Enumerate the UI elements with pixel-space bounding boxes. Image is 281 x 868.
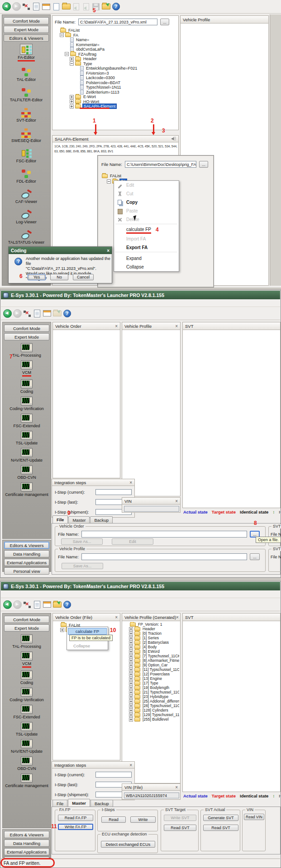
vin-input-2[interactable] bbox=[124, 506, 179, 512]
tree-item[interactable]: SALAPA-Element bbox=[53, 104, 177, 109]
toolbar-button[interactable] bbox=[52, 599, 62, 610]
toolbar-button[interactable] bbox=[2, 307, 12, 319]
browse-button[interactable]: ... bbox=[160, 19, 169, 25]
tree-item[interactable]: Lackcode=0300 bbox=[53, 75, 177, 80]
sidebar-tool[interactable]: Certificate management bbox=[5, 482, 48, 497]
close-icon[interactable] bbox=[175, 499, 178, 504]
calculate-fp-menu-item[interactable]: calculate FP bbox=[68, 628, 107, 635]
write-svt-button[interactable]: Write SVT bbox=[164, 815, 196, 821]
tree-item[interactable]: FZAuftrag bbox=[53, 52, 177, 57]
read-svt-target-button[interactable]: Read SVT bbox=[164, 825, 196, 831]
expander-icon[interactable] bbox=[129, 659, 133, 663]
toolbar-button[interactable] bbox=[42, 307, 52, 319]
expander-icon[interactable] bbox=[129, 677, 133, 681]
context-menu-item[interactable]: Expand bbox=[114, 254, 179, 263]
sidebar-category-button[interactable]: Editors & Viewers bbox=[4, 542, 49, 549]
tree-item[interactable]: [0] Traction bbox=[123, 631, 179, 636]
sidebar-tool[interactable]: Log-Viewer bbox=[16, 209, 36, 224]
sidebar-tool[interactable]: CAF-Viewer bbox=[15, 189, 37, 204]
file-name-input[interactable]: C:\Data\FA\FA_27.11.2023_vPro.xml bbox=[78, 19, 157, 25]
toolbar-button[interactable] bbox=[71, 1, 81, 13]
sidebar-category-button[interactable]: Data Handling bbox=[4, 840, 49, 847]
close-icon[interactable] bbox=[115, 615, 118, 620]
sidebar-category-button[interactable]: External Applications bbox=[4, 848, 49, 855]
tree-item[interactable]: Entwicklungsbaureihe=F021 bbox=[53, 66, 177, 71]
sidebar-tool[interactable]: TALSTATUS-Viewer bbox=[8, 229, 44, 245]
context-menu-item[interactable]: Paste bbox=[114, 207, 179, 215]
close-icon[interactable] bbox=[175, 785, 178, 790]
sidebar-mode-button[interactable]: Comfort Mode bbox=[4, 616, 49, 623]
expander-icon[interactable] bbox=[129, 672, 133, 676]
vp-save-as-button[interactable]: Save As... bbox=[62, 563, 103, 569]
sidebar-tool[interactable]: OBD-CVN bbox=[17, 756, 36, 771]
sidebar-tool[interactable]: TSL-Update bbox=[16, 722, 38, 736]
toolbar-button[interactable] bbox=[32, 307, 42, 319]
expander-icon[interactable] bbox=[60, 33, 64, 37]
tree-item[interactable]: [255] Buildlevel bbox=[123, 717, 179, 722]
expander-icon[interactable] bbox=[129, 663, 133, 667]
toolbar-button[interactable] bbox=[42, 599, 52, 610]
sidebar-category-button[interactable]: External Applications bbox=[4, 559, 49, 566]
tree-item[interactable]: [23] Hybridtype bbox=[123, 694, 179, 699]
expander-icon[interactable] bbox=[70, 99, 74, 104]
read-vin-button[interactable]: Read VIN bbox=[244, 814, 264, 820]
tree-item[interactable]: Header bbox=[123, 627, 179, 631]
sidebar-tool[interactable]: Coding-Verification bbox=[10, 396, 44, 411]
sidebar-mode-button[interactable]: Comfort Mode bbox=[4, 17, 49, 24]
expander-icon[interactable] bbox=[129, 641, 133, 645]
sidebar-tool[interactable]: FSC-Extended bbox=[13, 414, 40, 428]
expander-icon[interactable] bbox=[129, 713, 133, 717]
tab[interactable]: File bbox=[52, 515, 68, 523]
sidebar-tool[interactable]: FDL-Editor bbox=[16, 168, 36, 184]
tree-item[interactable]: Kommentar= bbox=[53, 42, 177, 47]
context-menu-item[interactable]: Import FA bbox=[114, 235, 179, 243]
toolbar-button[interactable] bbox=[62, 599, 72, 610]
sidebar-mode-button[interactable]: Expert Mode bbox=[4, 624, 49, 632]
expander-icon[interactable] bbox=[129, 627, 133, 631]
window-titlebar-2[interactable]: E-Sys 3.30.1 - Powered By: TokenMaster's… bbox=[1, 291, 280, 299]
context-menu-item[interactable]: calculate FP bbox=[114, 226, 179, 235]
vp-file-input[interactable] bbox=[81, 553, 247, 560]
apply-salapa-icon[interactable] bbox=[170, 137, 176, 142]
tree-item[interactable]: E-Wort bbox=[53, 94, 177, 99]
sidebar-tool[interactable]: VCM bbox=[21, 651, 33, 668]
collapse-menu-item[interactable]: Collapse bbox=[73, 643, 90, 648]
sidebar-tool[interactable]: NAV/ENT-Update bbox=[11, 448, 43, 462]
expander-icon[interactable] bbox=[129, 704, 133, 708]
istep-write-button[interactable]: Write bbox=[130, 816, 156, 823]
tree-item[interactable]: [12] Powerclass bbox=[123, 672, 179, 676]
tree-item[interactable]: FA bbox=[53, 33, 177, 38]
expander-icon[interactable] bbox=[60, 628, 64, 632]
toolbar-button[interactable] bbox=[22, 307, 32, 319]
sidebar-tool[interactable]: TSL-Update bbox=[16, 431, 38, 445]
expander-icon[interactable] bbox=[129, 645, 133, 649]
tree-item[interactable]: FAVersion=3 bbox=[53, 71, 177, 76]
expander-icon[interactable] bbox=[107, 179, 111, 184]
toolbar-button[interactable] bbox=[111, 1, 121, 13]
context-menu-item[interactable]: Delete bbox=[114, 215, 179, 224]
tree-item[interactable]: FP_Version: 1 bbox=[123, 622, 179, 627]
sidebar-tool[interactable]: FSC-Editor bbox=[16, 148, 37, 163]
tree-item[interactable]: [2] Batteryclass bbox=[123, 640, 179, 645]
close-icon[interactable] bbox=[115, 324, 118, 329]
istep-current-input[interactable] bbox=[95, 489, 132, 495]
sidebar-tool[interactable]: TALFILTER-Editor bbox=[10, 87, 43, 102]
expander-icon[interactable] bbox=[70, 95, 74, 99]
expander-icon[interactable] bbox=[70, 104, 74, 108]
expander-icon[interactable] bbox=[129, 632, 133, 636]
toolbar-button[interactable] bbox=[22, 599, 32, 610]
sidebar-tool[interactable]: Coding bbox=[20, 670, 33, 685]
generate-svt-button[interactable]: Generate SVT bbox=[203, 815, 238, 821]
tree-item[interactable]: [1] Series bbox=[123, 636, 179, 640]
tab[interactable]: Master bbox=[68, 516, 90, 523]
detect-exchanged-ecus-button[interactable]: Detect exchanged ECUs bbox=[101, 841, 155, 848]
expander-icon[interactable] bbox=[129, 690, 133, 694]
sidebar-mode-button[interactable]: Expert Mode bbox=[4, 26, 49, 33]
toolbar-button[interactable] bbox=[12, 307, 22, 319]
context-menu-item[interactable]: Cut bbox=[114, 189, 179, 198]
toolbar-button[interactable] bbox=[11, 1, 21, 13]
sidebar-category-button[interactable]: Editors & Viewers bbox=[4, 831, 49, 838]
expander-icon[interactable] bbox=[129, 686, 133, 690]
sidebar-tool[interactable]: TAL-Processing bbox=[12, 343, 41, 358]
window-titlebar-3[interactable]: E-Sys 3.30.1 - Powered By: TokenMaster's… bbox=[1, 582, 280, 590]
